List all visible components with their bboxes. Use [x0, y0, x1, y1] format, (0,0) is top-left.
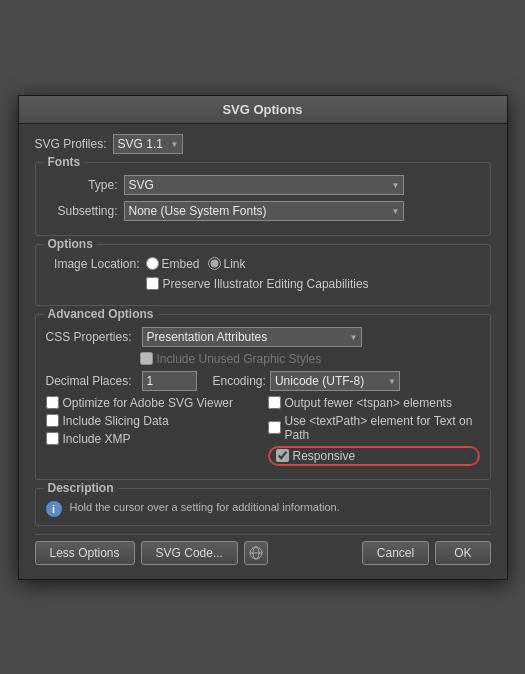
encoding-label: Encoding:	[213, 374, 266, 388]
preserve-row: Preserve Illustrator Editing Capabilitie…	[146, 277, 480, 291]
subsetting-label: Subsetting:	[46, 204, 118, 218]
svg-options-dialog: SVG Options SVG Profiles: SVG 1.1 Fonts …	[18, 95, 508, 580]
description-label: Description	[44, 481, 118, 495]
decimal-input[interactable]	[142, 371, 197, 391]
use-textpath-checkbox[interactable]	[268, 421, 281, 434]
options-section: Options Image Location: Embed Link	[35, 244, 491, 306]
preserve-label[interactable]: Preserve Illustrator Editing Capabilitie…	[146, 277, 369, 291]
svg-profiles-select[interactable]: SVG 1.1	[113, 134, 183, 154]
encoding-select-wrap: Unicode (UTF-8)	[270, 371, 400, 391]
optimize-label[interactable]: Optimize for Adobe SVG Viewer	[46, 396, 258, 410]
output-fewer-label[interactable]: Output fewer <tspan> elements	[268, 396, 480, 410]
preserve-text: Preserve Illustrator Editing Capabilitie…	[163, 277, 369, 291]
optimize-text: Optimize for Adobe SVG Viewer	[63, 396, 234, 410]
svg-code-button[interactable]: SVG Code...	[141, 541, 238, 565]
responsive-checkbox[interactable]	[276, 449, 289, 462]
type-select-wrap: SVG	[124, 175, 404, 195]
include-slicing-checkbox[interactable]	[46, 414, 59, 427]
type-row: Type: SVG	[46, 175, 480, 195]
embed-radio[interactable]	[146, 257, 159, 270]
decimal-encoding-row: Decimal Places: Encoding: Unicode (UTF-8…	[46, 371, 480, 391]
include-unused-label[interactable]: Include Unused Graphic Styles	[140, 352, 322, 366]
encoding-select[interactable]: Unicode (UTF-8)	[270, 371, 400, 391]
col-right: Output fewer <tspan> elements Use <textP…	[268, 396, 480, 466]
css-properties-row: CSS Properties: Presentation Attributes	[46, 327, 480, 347]
subsetting-select-wrap: None (Use System Fonts)	[124, 201, 404, 221]
preserve-checkbox[interactable]	[146, 277, 159, 290]
advanced-section: Advanced Options CSS Properties: Present…	[35, 314, 491, 480]
output-fewer-text: Output fewer <tspan> elements	[285, 396, 452, 410]
button-row: Less Options SVG Code... Cancel OK	[35, 534, 491, 569]
responsive-label[interactable]: Responsive	[276, 449, 356, 463]
col-left: Optimize for Adobe SVG Viewer Include Sl…	[46, 396, 258, 466]
include-slicing-text: Include Slicing Data	[63, 414, 169, 428]
output-fewer-checkbox[interactable]	[268, 396, 281, 409]
fonts-section-label: Fonts	[44, 155, 85, 169]
subsetting-select[interactable]: None (Use System Fonts)	[124, 201, 404, 221]
description-content: i Hold the cursor over a setting for add…	[46, 501, 480, 517]
info-icon: i	[46, 501, 62, 517]
cancel-button[interactable]: Cancel	[362, 541, 429, 565]
include-xmp-label[interactable]: Include XMP	[46, 432, 258, 446]
include-xmp-checkbox[interactable]	[46, 432, 59, 445]
image-location-row: Image Location: Embed Link	[46, 257, 480, 271]
link-radio[interactable]	[208, 257, 221, 270]
link-label: Link	[224, 257, 246, 271]
css-properties-select-wrap: Presentation Attributes	[142, 327, 362, 347]
css-properties-label: CSS Properties:	[46, 330, 136, 344]
image-location-label: Image Location:	[46, 257, 140, 271]
subsetting-row: Subsetting: None (Use System Fonts)	[46, 201, 480, 221]
svg-profiles-row: SVG Profiles: SVG 1.1	[35, 134, 491, 154]
svg-profiles-select-wrap: SVG 1.1	[113, 134, 183, 154]
responsive-text: Responsive	[293, 449, 356, 463]
include-slicing-label[interactable]: Include Slicing Data	[46, 414, 258, 428]
css-properties-select[interactable]: Presentation Attributes	[142, 327, 362, 347]
embed-label: Embed	[162, 257, 200, 271]
include-unused-checkbox[interactable]	[140, 352, 153, 365]
description-text: Hold the cursor over a setting for addit…	[70, 501, 340, 513]
description-section: Description i Hold the cursor over a set…	[35, 488, 491, 526]
link-radio-label[interactable]: Link	[208, 257, 246, 271]
less-options-button[interactable]: Less Options	[35, 541, 135, 565]
type-select[interactable]: SVG	[124, 175, 404, 195]
button-group-right: Cancel OK	[362, 541, 491, 565]
globe-icon[interactable]	[244, 541, 268, 565]
image-location-radios: Embed Link	[146, 257, 246, 271]
include-xmp-text: Include XMP	[63, 432, 131, 446]
optimize-checkbox[interactable]	[46, 396, 59, 409]
decimal-label: Decimal Places:	[46, 374, 136, 388]
type-label: Type:	[46, 178, 118, 192]
options-section-label: Options	[44, 237, 97, 251]
svg-profiles-label: SVG Profiles:	[35, 137, 107, 151]
embed-radio-label[interactable]: Embed	[146, 257, 200, 271]
use-textpath-label[interactable]: Use <textPath> element for Text on Path	[268, 414, 480, 442]
checkbox-grid: Optimize for Adobe SVG Viewer Include Sl…	[46, 396, 480, 466]
ok-button[interactable]: OK	[435, 541, 490, 565]
advanced-section-label: Advanced Options	[44, 307, 158, 321]
use-textpath-text: Use <textPath> element for Text on Path	[285, 414, 480, 442]
button-group-left: Less Options SVG Code...	[35, 541, 268, 565]
include-unused-text: Include Unused Graphic Styles	[157, 352, 322, 366]
dialog-title: SVG Options	[222, 102, 302, 117]
fonts-section: Fonts Type: SVG Subsetting: None (Use Sy…	[35, 162, 491, 236]
include-unused-row: Include Unused Graphic Styles	[140, 352, 480, 366]
title-bar: SVG Options	[19, 96, 507, 124]
responsive-wrap: Responsive	[268, 446, 480, 466]
